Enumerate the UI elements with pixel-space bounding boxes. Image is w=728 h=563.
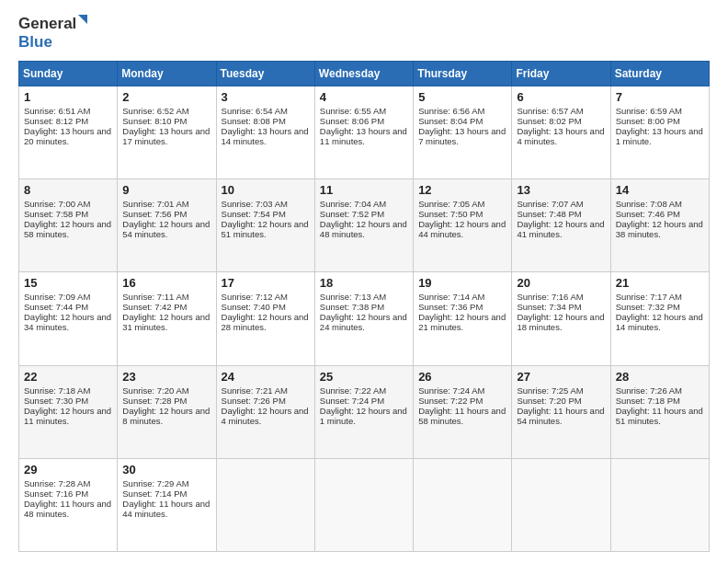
calendar-cell: 27Sunrise: 7:25 AMSunset: 7:20 PMDayligh… xyxy=(512,365,610,458)
day-number: 16 xyxy=(122,276,210,290)
sunset-label: Sunset: 7:18 PM xyxy=(616,396,680,406)
sunset-label: Sunset: 7:56 PM xyxy=(122,209,187,219)
sunset-label: Sunset: 7:46 PM xyxy=(616,209,680,219)
sunset-label: Sunset: 7:48 PM xyxy=(517,209,581,219)
daylight-label: Daylight: 11 hours and 58 minutes. xyxy=(418,406,506,426)
calendar-cell: 10Sunrise: 7:03 AMSunset: 7:54 PMDayligh… xyxy=(216,179,314,272)
sunrise-label: Sunrise: 7:17 AM xyxy=(616,292,682,302)
daylight-label: Daylight: 12 hours and 44 minutes. xyxy=(418,219,506,239)
daylight-label: Daylight: 12 hours and 14 minutes. xyxy=(616,312,703,332)
sunset-label: Sunset: 7:16 PM xyxy=(24,488,88,499)
daylight-label: Daylight: 13 hours and 11 minutes. xyxy=(320,126,407,146)
day-number: 15 xyxy=(24,276,112,290)
calendar-cell: 2Sunrise: 6:52 AMSunset: 8:10 PMDaylight… xyxy=(118,86,216,179)
calendar-cell: 20Sunrise: 7:16 AMSunset: 7:34 PMDayligh… xyxy=(512,272,610,365)
daylight-label: Daylight: 11 hours and 48 minutes. xyxy=(24,499,111,519)
calendar-cell: 4Sunrise: 6:55 AMSunset: 8:06 PMDaylight… xyxy=(314,86,413,179)
calendar-cell: 6Sunrise: 6:57 AMSunset: 8:02 PMDaylight… xyxy=(512,86,610,179)
daylight-label: Daylight: 12 hours and 54 minutes. xyxy=(122,219,210,239)
calendar-cell: 30Sunrise: 7:29 AMSunset: 7:14 PMDayligh… xyxy=(118,458,216,551)
calendar-cell: 7Sunrise: 6:59 AMSunset: 8:00 PMDaylight… xyxy=(610,86,709,179)
sunrise-label: Sunrise: 6:54 AM xyxy=(222,106,288,116)
sunset-label: Sunset: 8:10 PM xyxy=(122,116,187,126)
daylight-label: Daylight: 12 hours and 1 minute. xyxy=(320,406,407,426)
page-header: General Blue xyxy=(18,15,710,52)
day-number: 27 xyxy=(517,370,605,384)
daylight-label: Daylight: 11 hours and 44 minutes. xyxy=(122,499,210,519)
sunset-label: Sunset: 8:02 PM xyxy=(517,116,581,126)
day-number: 5 xyxy=(418,90,506,104)
calendar-cell: 1Sunrise: 6:51 AMSunset: 8:12 PMDaylight… xyxy=(19,86,118,179)
calendar-cell: 5Sunrise: 6:56 AMSunset: 8:04 PMDaylight… xyxy=(414,86,512,179)
sunrise-label: Sunrise: 7:16 AM xyxy=(517,292,583,302)
sunrise-label: Sunrise: 7:12 AM xyxy=(222,292,288,302)
day-number: 30 xyxy=(122,463,210,477)
sunrise-label: Sunrise: 7:07 AM xyxy=(517,199,583,209)
day-number: 2 xyxy=(122,90,210,104)
daylight-label: Daylight: 12 hours and 4 minutes. xyxy=(222,406,309,426)
calendar-cell: 16Sunrise: 7:11 AMSunset: 7:42 PMDayligh… xyxy=(118,272,216,365)
col-header-sunday: Sunday xyxy=(19,62,118,86)
daylight-label: Daylight: 13 hours and 4 minutes. xyxy=(517,126,604,146)
day-number: 7 xyxy=(616,90,704,104)
sunset-label: Sunset: 7:38 PM xyxy=(320,302,384,312)
sunrise-label: Sunrise: 7:14 AM xyxy=(418,292,484,302)
calendar-header-row: SundayMondayTuesdayWednesdayThursdayFrid… xyxy=(19,62,710,86)
sunset-label: Sunset: 8:04 PM xyxy=(418,116,483,126)
sunrise-label: Sunrise: 6:59 AM xyxy=(616,106,682,116)
col-header-tuesday: Tuesday xyxy=(216,62,314,86)
logo: General Blue xyxy=(18,15,87,52)
daylight-label: Daylight: 12 hours and 58 minutes. xyxy=(24,219,111,239)
sunset-label: Sunset: 7:36 PM xyxy=(418,302,483,312)
sunrise-label: Sunrise: 7:18 AM xyxy=(24,385,90,396)
daylight-label: Daylight: 12 hours and 51 minutes. xyxy=(222,219,309,239)
sunset-label: Sunset: 7:28 PM xyxy=(122,396,187,406)
sunrise-label: Sunrise: 7:21 AM xyxy=(222,385,288,396)
calendar-cell: 22Sunrise: 7:18 AMSunset: 7:30 PMDayligh… xyxy=(19,365,118,458)
calendar-cell: 14Sunrise: 7:08 AMSunset: 7:46 PMDayligh… xyxy=(610,179,709,272)
day-number: 29 xyxy=(24,463,112,477)
daylight-label: Daylight: 13 hours and 14 minutes. xyxy=(222,126,309,146)
sunrise-label: Sunrise: 7:26 AM xyxy=(616,385,682,396)
day-number: 21 xyxy=(616,276,704,290)
calendar-cell xyxy=(610,458,709,551)
sunrise-label: Sunrise: 7:25 AM xyxy=(517,385,583,396)
day-number: 25 xyxy=(320,370,408,384)
sunset-label: Sunset: 8:06 PM xyxy=(320,116,384,126)
col-header-thursday: Thursday xyxy=(414,62,512,86)
daylight-label: Daylight: 12 hours and 24 minutes. xyxy=(320,312,407,332)
day-number: 19 xyxy=(418,276,506,290)
logo-mark: General Blue xyxy=(18,15,87,52)
col-header-wednesday: Wednesday xyxy=(314,62,413,86)
daylight-label: Daylight: 13 hours and 1 minute. xyxy=(616,126,703,146)
day-number: 6 xyxy=(517,90,605,104)
col-header-saturday: Saturday xyxy=(610,62,709,86)
calendar-cell xyxy=(414,458,512,551)
sunrise-label: Sunrise: 7:22 AM xyxy=(320,385,386,396)
calendar-cell xyxy=(216,458,314,551)
sunrise-label: Sunrise: 7:24 AM xyxy=(418,385,484,396)
calendar-cell: 12Sunrise: 7:05 AMSunset: 7:50 PMDayligh… xyxy=(414,179,512,272)
sunrise-label: Sunrise: 7:08 AM xyxy=(616,199,682,209)
sunset-label: Sunset: 7:42 PM xyxy=(122,302,187,312)
day-number: 9 xyxy=(122,183,210,197)
calendar-cell: 8Sunrise: 7:00 AMSunset: 7:58 PMDaylight… xyxy=(19,179,118,272)
day-number: 18 xyxy=(320,276,408,290)
sunset-label: Sunset: 7:22 PM xyxy=(418,396,483,406)
col-header-friday: Friday xyxy=(512,62,610,86)
calendar-cell xyxy=(512,458,610,551)
calendar-cell: 13Sunrise: 7:07 AMSunset: 7:48 PMDayligh… xyxy=(512,179,610,272)
sunrise-label: Sunrise: 7:00 AM xyxy=(24,199,90,209)
calendar-cell: 26Sunrise: 7:24 AMSunset: 7:22 PMDayligh… xyxy=(414,365,512,458)
day-number: 22 xyxy=(24,370,112,384)
day-number: 8 xyxy=(24,183,112,197)
daylight-label: Daylight: 12 hours and 11 minutes. xyxy=(24,406,111,426)
daylight-label: Daylight: 12 hours and 18 minutes. xyxy=(517,312,604,332)
calendar-cell: 18Sunrise: 7:13 AMSunset: 7:38 PMDayligh… xyxy=(314,272,413,365)
sunrise-label: Sunrise: 7:20 AM xyxy=(122,385,188,396)
sunset-label: Sunset: 8:00 PM xyxy=(616,116,680,126)
day-number: 23 xyxy=(122,370,210,384)
calendar-cell: 15Sunrise: 7:09 AMSunset: 7:44 PMDayligh… xyxy=(19,272,118,365)
calendar-cell: 21Sunrise: 7:17 AMSunset: 7:32 PMDayligh… xyxy=(610,272,709,365)
calendar-cell: 23Sunrise: 7:20 AMSunset: 7:28 PMDayligh… xyxy=(118,365,216,458)
